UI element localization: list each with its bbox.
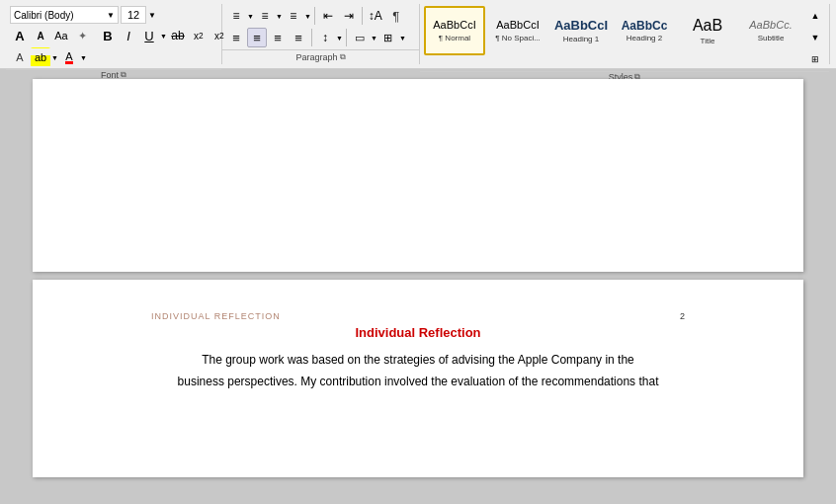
highlight-btn[interactable]: ab [31,47,50,67]
style-h1-preview: AaBbCcI [554,18,608,34]
header-text: INDIVIDUAL REFLECTION [151,311,281,321]
style-no-spacing[interactable]: AaBbCcI ¶ No Spaci... [487,6,548,55]
change-case-btn[interactable]: Aa [51,26,71,45]
document-title[interactable]: Individual Reflection [102,325,734,340]
grow-font-btn[interactable]: A [10,26,30,45]
font-name-value: Calibri (Body) [14,10,74,21]
show-para-btn[interactable]: ¶ [386,6,406,26]
style-subtitle-preview: AaBbCc. [749,19,792,32]
styles-section: AaBbCcI ¶ Normal AaBbCcI ¶ No Spaci... A… [420,4,830,64]
font-section-content: Calibri (Body) ▼ 12 ▼ A A Aa ✦ B I U ▼ a… [6,4,221,69]
line-spacing-btn[interactable]: ↕ [315,28,335,47]
align-center-btn[interactable]: ≡ [247,28,267,47]
style-title-preview: AaB [693,16,722,35]
styles-scroll-down[interactable]: ▼ [805,28,825,47]
bold-btn[interactable]: B [98,26,118,45]
justify-btn[interactable]: ≡ [289,28,308,47]
borders-btn[interactable]: ⊞ [378,28,398,47]
decrease-indent-btn[interactable]: ⇤ [318,6,338,26]
styles-content: AaBbCcI ¶ Normal AaBbCcI ¶ No Spaci... A… [420,4,829,71]
doc-paragraph-2[interactable]: business perspectives. My contribution i… [102,372,734,393]
paragraph-section: ≡ ▼ ≡ ▼ ≡ ▼ ⇤ ⇥ ↕A ¶ ≡ ≡ ≡ ≡ ↕ ▼ [222,4,420,64]
align-right-btn[interactable]: ≡ [268,28,288,47]
text-effect-btn[interactable]: A [10,47,30,67]
style-title-label: Title [701,37,715,45]
highlight-arrow[interactable]: ▼ [51,54,58,61]
sort-btn[interactable]: ↕A [366,6,385,26]
paragraph-label: Paragraph ⧉ [222,49,419,64]
style-h1-label: Heading 1 [563,35,599,43]
page-1[interactable] [33,79,803,272]
shading-arrow[interactable]: ▼ [371,35,377,42]
styles-scroll-up[interactable]: ▲ [805,6,825,26]
font-size-arrow[interactable]: ▼ [148,11,156,20]
font-size-value: 12 [127,9,139,21]
style-subtitle-label: Subtitle [758,34,785,42]
font-color-arrow[interactable]: ▼ [80,54,87,61]
page-2[interactable]: INDIVIDUAL REFLECTION 2 Individual Refle… [33,280,803,477]
increase-indent-btn[interactable]: ⇥ [339,6,359,26]
shrink-font-btn[interactable]: A [31,26,50,45]
italic-btn[interactable]: I [119,26,138,45]
styles-scroll: ▲ ▼ ⊞ [805,6,825,69]
numbering-arrow[interactable]: ▼ [276,13,283,20]
underline-btn[interactable]: U [139,26,159,45]
align-left-btn[interactable]: ≡ [226,28,246,47]
shading-btn[interactable]: ▭ [350,28,370,47]
multilevel-arrow[interactable]: ▼ [304,13,311,20]
font-color-btn[interactable]: A [59,47,79,67]
page-header: INDIVIDUAL REFLECTION 2 [102,299,734,325]
para-section-content: ≡ ▼ ≡ ▼ ≡ ▼ ⇤ ⇥ ↕A ¶ ≡ ≡ ≡ ≡ ↕ ▼ [222,4,419,49]
font-name-box[interactable]: Calibri (Body) ▼ [10,6,119,24]
style-title[interactable]: AaB Title [677,6,738,55]
style-nospace-label: ¶ No Spaci... [495,34,541,42]
main-toolbar: Calibri (Body) ▼ 12 ▼ A A Aa ✦ B I U ▼ a… [0,0,836,69]
clear-format-btn[interactable]: ✦ [72,26,92,45]
style-heading2[interactable]: AaBbCc Heading 2 [614,6,675,55]
font-section: Calibri (Body) ▼ 12 ▼ A A Aa ✦ B I U ▼ a… [6,4,222,64]
para-expand-icon[interactable]: ⧉ [340,52,346,62]
doc-paragraph-1[interactable]: The group work was based on the strategi… [102,350,734,372]
underline-arrow[interactable]: ▼ [160,33,167,40]
font-name-arrow[interactable]: ▼ [107,11,115,20]
style-normal-label: ¶ Normal [439,34,470,42]
styles-more-btn[interactable]: ⊞ [805,49,825,69]
borders-arrow[interactable]: ▼ [399,35,406,42]
line-spacing-arrow[interactable]: ▼ [336,35,343,42]
page-number: 2 [680,311,685,321]
style-h2-preview: AaBbCc [622,19,668,33]
style-h2-label: Heading 2 [627,34,662,42]
style-heading1[interactable]: AaBbCcI Heading 1 [550,6,612,55]
strikethrough-btn[interactable]: ab [168,26,188,45]
font-size-input[interactable]: 12 [121,6,146,24]
bullets-btn[interactable]: ≡ [226,6,246,26]
bullets-arrow[interactable]: ▼ [247,13,254,20]
style-normal[interactable]: AaBbCcI ¶ Normal [424,6,485,55]
style-subtitle[interactable]: AaBbCc. Subtitle [740,6,801,55]
style-nospace-preview: AaBbCcI [496,19,539,32]
subscript-btn[interactable]: x2 [189,26,209,45]
style-normal-preview: AaBbCcI [433,19,475,32]
document-area: INDIVIDUAL REFLECTION 2 Individual Refle… [0,69,836,494]
numbering-btn[interactable]: ≡ [255,6,275,26]
multilevel-btn[interactable]: ≡ [284,6,303,26]
